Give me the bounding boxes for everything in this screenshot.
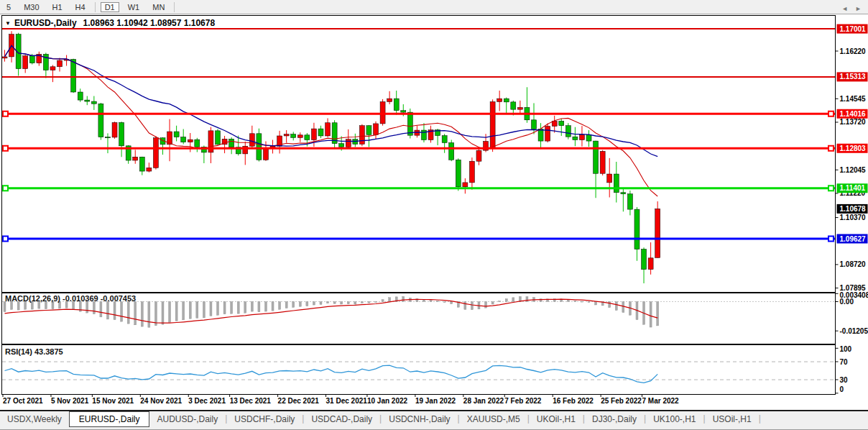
macd-histogram-bar xyxy=(175,302,177,321)
macd-histogram-bar xyxy=(354,302,356,305)
symbol-dropdown-icon[interactable]: ▼ xyxy=(5,20,11,27)
rsi-axis: 10070300 xyxy=(836,345,852,393)
price-axis-label: 1.10370 xyxy=(840,214,867,221)
candle-body xyxy=(586,134,591,141)
macd-histogram-bar xyxy=(272,302,274,311)
candle-body xyxy=(627,194,632,209)
macd-histogram-bar xyxy=(52,302,54,309)
macd-histogram-bar xyxy=(127,302,129,324)
macd-histogram-bar xyxy=(333,302,336,304)
hline-marker-left[interactable] xyxy=(3,146,8,151)
timeframe-button-MN[interactable]: MN xyxy=(148,2,169,12)
candle-body xyxy=(565,126,571,137)
chart-tab-usdchf-daily[interactable]: USDCHF-,Daily xyxy=(227,412,302,426)
hline-marker-left[interactable] xyxy=(3,237,8,242)
hline-marker-right[interactable] xyxy=(828,146,834,151)
chart-title: ▼ EURUSD-,Daily 1.08963 1.10942 1.08957 … xyxy=(5,18,215,28)
macd-histogram-bar xyxy=(402,296,405,301)
timeframe-button-D1[interactable]: D1 xyxy=(101,2,119,12)
macd-histogram-bar xyxy=(73,302,75,310)
candle-body xyxy=(442,136,447,143)
date-axis-label: 31 Dec 2021 xyxy=(326,397,368,405)
timeframe-button-H4[interactable]: H4 xyxy=(71,2,90,12)
date-axis-label: 24 Nov 2021 xyxy=(140,397,182,405)
candle-body xyxy=(98,104,103,137)
macd-histogram-bar xyxy=(244,302,246,314)
rsi-axis-label: 70 xyxy=(840,358,849,366)
timeframe-button-5[interactable]: 5 xyxy=(2,2,15,12)
macd-histogram-bar xyxy=(45,302,47,309)
chart-tab-eurusd-daily[interactable]: EURUSD-,Daily xyxy=(69,411,150,427)
candle-body xyxy=(532,120,537,129)
candle-body xyxy=(216,131,221,145)
chart-tab-usdx-weekly[interactable]: USDX,Weekly xyxy=(0,412,69,426)
chart-tab-xauusd-m5[interactable]: XAUUSD-,M5 xyxy=(460,412,527,426)
macd-histogram-bar xyxy=(423,300,425,301)
timeframe-button-M30[interactable]: M30 xyxy=(19,2,43,12)
chart-ohlc-values: 1.08963 1.10942 1.08957 1.10678 xyxy=(83,18,216,28)
hline-marker-right[interactable] xyxy=(828,237,834,242)
chart-tab-usdcnh-daily[interactable]: USDCNH-,Daily xyxy=(382,412,457,426)
candle-body xyxy=(456,160,461,187)
candle-body xyxy=(511,102,516,109)
date-axis-label: 5 Nov 2021 xyxy=(51,397,89,405)
candle-body xyxy=(119,122,124,145)
candle-body xyxy=(469,161,474,183)
candle-body xyxy=(621,193,626,194)
candle-body xyxy=(594,141,599,173)
macd-histogram-bar xyxy=(375,302,377,303)
timeframe-button-W1[interactable]: W1 xyxy=(124,2,144,12)
macd-histogram-bar xyxy=(306,302,308,306)
date-axis-label: 10 Jan 2022 xyxy=(367,397,408,405)
candle-body xyxy=(545,127,550,142)
tab-scroll-right-icon[interactable]: ► xyxy=(855,5,862,12)
hline-marker-right[interactable] xyxy=(828,186,834,191)
macd-histogram-bar xyxy=(320,302,322,305)
chart-tab-uk100-h1[interactable]: UK100-,H1 xyxy=(646,412,703,426)
date-axis-label: 7 Feb 2022 xyxy=(504,397,542,405)
macd-histogram-bar xyxy=(24,302,27,310)
candle-body xyxy=(29,56,34,63)
macd-histogram-bar xyxy=(196,302,198,319)
price-axis-label: 1.13720 xyxy=(840,118,867,126)
rsi-panel xyxy=(2,345,836,395)
macd-histogram-bar xyxy=(183,302,185,320)
macd-histogram-bar xyxy=(17,302,19,311)
macd-histogram-bar xyxy=(148,302,150,328)
price-axis: 1.162201.145451.137201.120451.112201.103… xyxy=(836,24,868,292)
macd-histogram-bar xyxy=(11,302,13,310)
hline-marker-left[interactable] xyxy=(3,186,8,191)
chart-tab-usoil-h1[interactable]: USOil-,H1 xyxy=(706,412,759,426)
price-badge-text: 1.17001 xyxy=(840,25,867,33)
chart-tab-audusd-daily[interactable]: AUDUSD-,Daily xyxy=(149,412,225,426)
macd-histogram-bar xyxy=(258,302,260,312)
price-badge-text: 1.09627 xyxy=(840,235,867,243)
hline-marker-left[interactable] xyxy=(3,111,8,116)
chart-tab-usdcad-daily[interactable]: USDCAD-,Daily xyxy=(304,412,379,426)
price-badge-text: 1.12803 xyxy=(840,145,867,152)
tab-scroll-left-icon[interactable]: ◄ xyxy=(841,5,848,12)
chart-tab-dj30-daily[interactable]: DJ30-,Daily xyxy=(585,412,644,426)
hline-marker-right[interactable] xyxy=(828,111,834,116)
macd-histogram-bar xyxy=(279,302,281,310)
date-axis-label: 28 Jan 2022 xyxy=(463,397,504,405)
candle-body xyxy=(374,124,379,134)
timeframe-toolbar: 5M30H1H4D1W1MN xyxy=(0,0,868,14)
macd-histogram-bar xyxy=(382,300,384,302)
candle-body xyxy=(600,151,605,173)
candle-body xyxy=(476,150,481,161)
candle-body xyxy=(648,258,653,270)
timeframe-button-H1[interactable]: H1 xyxy=(48,2,67,12)
candle-body xyxy=(85,100,90,101)
candle-body xyxy=(291,134,296,138)
date-axis-label: 25 Feb 2022 xyxy=(601,397,642,405)
date-axis-label: 16 Feb 2022 xyxy=(553,397,594,405)
candle-body xyxy=(655,209,660,257)
macd-histogram-bar xyxy=(100,302,102,317)
macd-histogram-bar xyxy=(189,302,191,319)
chart-tab-ukoil-h1[interactable]: UKOil-,H1 xyxy=(530,412,583,426)
macd-histogram-bar xyxy=(210,302,212,316)
date-axis-label: 7 Mar 2022 xyxy=(642,397,680,405)
candle-body xyxy=(634,209,640,249)
candle-body xyxy=(305,135,310,140)
